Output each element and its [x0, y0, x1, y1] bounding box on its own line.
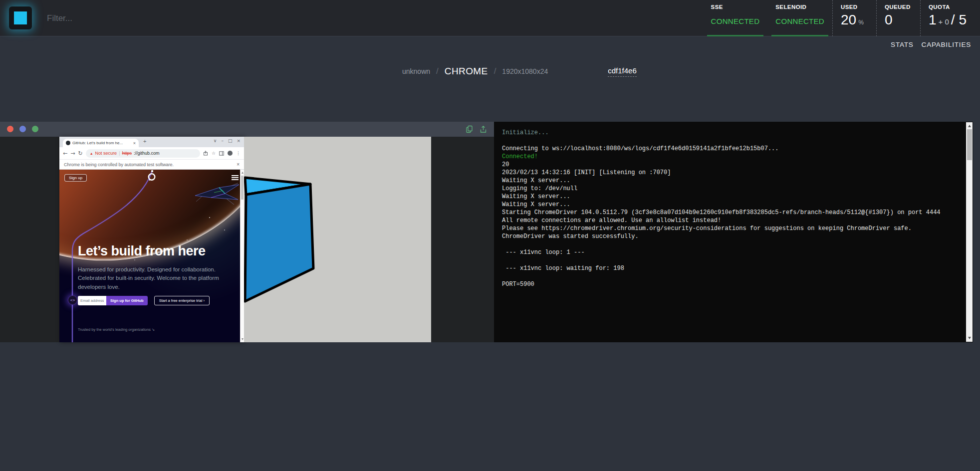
- used-value: 20%: [841, 12, 868, 28]
- log-scroll-down-icon[interactable]: [968, 337, 971, 339]
- github-hero-page: Sign up: [59, 170, 244, 342]
- log-line: 2023/02/13 14:32:16 [INIT] [Listening on…: [502, 169, 956, 177]
- automation-infobar: Chrome is being controlled by automated …: [59, 160, 244, 170]
- url-divider: |: [119, 151, 120, 156]
- selenoid-status-value: CONNECTED: [775, 17, 824, 25]
- log-scrollbar-thumb[interactable]: [967, 129, 972, 160]
- url-omnibox[interactable]: ▲ Not secure | https ://github.com: [86, 149, 200, 158]
- selenoid-status-underline: [771, 35, 828, 36]
- signup-for-github-button[interactable]: Sign up for GitHub: [106, 296, 148, 305]
- log-line: Connected!: [502, 153, 956, 161]
- share-icon[interactable]: [203, 151, 208, 156]
- tab-close-icon[interactable]: ×: [133, 141, 136, 146]
- log-line: Logging to: /dev/null: [502, 185, 956, 193]
- not-secure-warning-icon: ▲: [90, 152, 93, 155]
- browser-menu-icon[interactable]: ⋮: [236, 151, 241, 156]
- window-close-button[interactable]: [7, 126, 13, 132]
- tab-search-icon[interactable]: ∨: [214, 138, 217, 143]
- log-line: [502, 240, 956, 248]
- log-scroll-up-icon[interactable]: [968, 125, 971, 127]
- session-resolution: 1920x1080x24: [502, 67, 548, 75]
- remote-desktop: [244, 137, 431, 342]
- code-glyph-badge: <>: [68, 295, 77, 305]
- minimize-icon[interactable]: –: [221, 138, 224, 143]
- scroll-down-icon[interactable]: [242, 338, 244, 340]
- status-col-quota: QUOTA 1 + 0 / 5: [920, 0, 980, 36]
- url-scheme: https: [122, 151, 132, 156]
- log-line: Connecting to ws://localhost:8080/ws/log…: [502, 145, 956, 153]
- infobar-close-icon[interactable]: ×: [237, 162, 240, 167]
- github-logo-icon[interactable]: [148, 173, 156, 181]
- session-id-link[interactable]: cdf1f4e6: [608, 66, 637, 77]
- quota-value: 1 + 0 / 5: [929, 12, 972, 28]
- log-line: Initialize...: [502, 129, 956, 137]
- hamburger-menu-icon[interactable]: [232, 175, 239, 182]
- log-scrollbar[interactable]: [966, 122, 973, 342]
- log-line: Waiting X server...: [502, 193, 956, 201]
- status-col-sse: SSE CONNECTED: [703, 0, 768, 36]
- tab-title: GitHub: Let's build from he...: [72, 141, 131, 145]
- quota-label: QUOTA: [929, 4, 972, 10]
- log-line: 20: [502, 161, 956, 169]
- log-line: [502, 256, 956, 264]
- log-line: [502, 272, 956, 280]
- app-logo-square: [14, 11, 27, 24]
- vnc-window: GitHub: Let's build from he... × + ∨ – □…: [0, 122, 494, 342]
- filter-input[interactable]: [47, 9, 227, 28]
- log-line: Waiting X server...: [502, 177, 956, 185]
- forward-icon[interactable]: →: [70, 150, 75, 157]
- log-line: Waiting X server...: [502, 201, 956, 209]
- upload-share-icon[interactable]: [480, 125, 487, 133]
- header-bar: SSE CONNECTED SELENOID CONNECTED USED 20…: [0, 0, 980, 36]
- github-favicon-icon: [66, 141, 70, 145]
- app-logo: [9, 6, 32, 29]
- log-line: Starting ChromeDriver 104.0.5112.79 (3cf…: [502, 209, 956, 217]
- bookmark-star-icon[interactable]: ☆: [212, 151, 216, 156]
- hero-subtext: Harnessed for productivity. Designed for…: [78, 265, 226, 291]
- email-field[interactable]: [78, 296, 106, 305]
- window-fullscreen-button[interactable]: [32, 126, 38, 132]
- used-unit: %: [858, 19, 864, 26]
- log-lines: Initialize... Connecting to ws://localho…: [502, 129, 956, 288]
- session-log-panel[interactable]: Initialize... Connecting to ws://localho…: [494, 122, 973, 342]
- vnc-remote-screen[interactable]: GitHub: Let's build from he... × + ∨ – □…: [59, 137, 431, 342]
- infobar-text: Chrome is being controlled by automated …: [64, 162, 174, 167]
- session-separator: /: [436, 66, 439, 76]
- profile-avatar[interactable]: [228, 151, 233, 156]
- back-icon[interactable]: ←: [63, 150, 67, 157]
- maximize-icon[interactable]: □: [228, 138, 233, 143]
- not-secure-label: Not secure: [95, 151, 117, 156]
- scroll-up-icon[interactable]: [242, 172, 244, 174]
- window-minimize-button[interactable]: [19, 126, 26, 132]
- reload-icon[interactable]: ↻: [78, 150, 82, 157]
- page-scrollbar-thumb[interactable]: [241, 176, 244, 200]
- selenoid-label: SELENOID: [775, 4, 824, 10]
- browser-addressbar: ← → ↻ ▲ Not secure | https ://github.com: [59, 147, 244, 160]
- view-tabs: STATS CAPABILITIES: [891, 41, 971, 48]
- browser-tabstrip: GitHub: Let's build from he... × + ∨ – □…: [59, 137, 244, 147]
- sse-status-underline: [707, 35, 764, 36]
- close-icon[interactable]: ×: [237, 138, 241, 143]
- tab-stats[interactable]: STATS: [891, 41, 914, 48]
- remote-chrome-window: GitHub: Let's build from he... × + ∨ – □…: [59, 137, 244, 342]
- log-line: ChromeDriver was started successfully.: [502, 233, 956, 240]
- session-row[interactable]: unknown / CHROME / 1920x1080x24 cdf1f4e6: [402, 66, 637, 77]
- status-col-used: USED 20%: [832, 0, 876, 36]
- page-scrollbar[interactable]: [240, 170, 244, 342]
- status-col-queued: QUEUED 0: [876, 0, 920, 36]
- session-user: unknown: [402, 67, 430, 75]
- vnc-titlebar: [0, 122, 494, 137]
- clipboard-copy-icon[interactable]: [466, 125, 473, 133]
- log-line: PORT=5900: [502, 280, 956, 288]
- side-panel-icon[interactable]: [219, 151, 224, 156]
- new-tab-button[interactable]: +: [143, 138, 146, 144]
- tab-capabilities[interactable]: CAPABILITIES: [922, 41, 971, 48]
- star-dot: [224, 230, 225, 231]
- sse-status-value: CONNECTED: [711, 17, 760, 25]
- browser-tab[interactable]: GitHub: Let's build from he... ×: [63, 139, 139, 147]
- log-line: [502, 137, 956, 145]
- github-signup-button[interactable]: Sign up: [64, 174, 87, 182]
- trusted-line: Trusted by the world’s leading organizat…: [78, 327, 155, 332]
- star-dot: [187, 239, 188, 240]
- enterprise-trial-button[interactable]: Start a free enterprise trial ›: [154, 296, 210, 305]
